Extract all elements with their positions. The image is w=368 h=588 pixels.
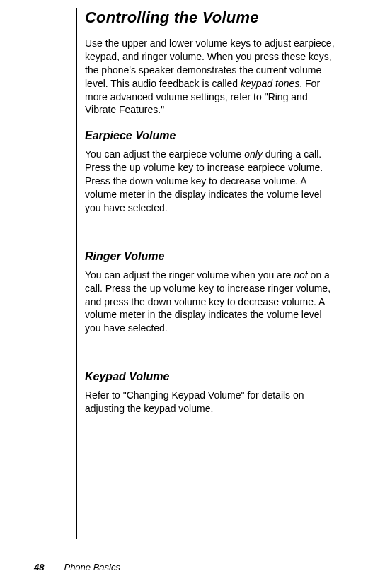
intro-paragraph: Use the upper and lower volume keys to a… — [85, 37, 340, 117]
intro-italic: keypad tones — [241, 78, 299, 89]
main-heading: Controlling the Volume — [85, 8, 340, 27]
earpiece-italic: only — [244, 148, 263, 160]
page-number: 48 — [34, 562, 44, 572]
page-footer: 48Phone Basics — [34, 562, 120, 572]
content-area: Controlling the Volume Use the upper and… — [85, 8, 340, 428]
vertical-divider — [76, 8, 77, 539]
keypad-heading: Keypad Volume — [85, 370, 340, 383]
footer-section: Phone Basics — [64, 562, 120, 572]
keypad-paragraph: Refer to "Changing Keypad Volume" for de… — [85, 389, 340, 416]
ringer-heading: Ringer Volume — [85, 250, 340, 263]
earpiece-before: You can adjust the earpiece volume — [85, 148, 244, 160]
earpiece-heading: Earpiece Volume — [85, 129, 340, 142]
earpiece-paragraph: You can adjust the earpiece volume only … — [85, 148, 340, 214]
ringer-before: You can adjust the ringer volume when yo… — [85, 269, 294, 281]
page-container: Controlling the Volume Use the upper and… — [0, 0, 368, 588]
ringer-italic: not — [294, 269, 307, 281]
ringer-paragraph: You can adjust the ringer volume when yo… — [85, 269, 340, 335]
